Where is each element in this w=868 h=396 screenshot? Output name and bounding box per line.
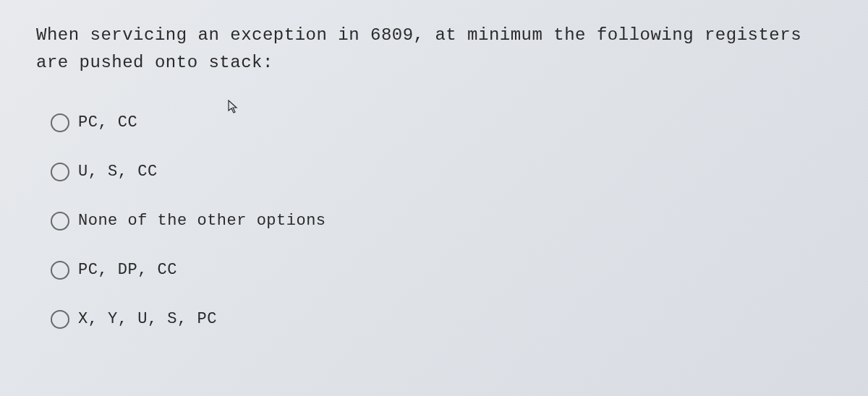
option-label: X, Y, U, S, PC [78,310,217,328]
radio-icon [51,261,69,280]
radio-icon [51,310,69,329]
option-label: PC, CC [78,113,137,132]
option-label: None of the other options [78,212,326,230]
option-0[interactable]: PC, CC [51,113,832,132]
option-label: U, S, CC [78,163,158,181]
options-list: PC, CC U, S, CC None of the other option… [36,113,832,329]
option-2[interactable]: None of the other options [51,212,832,231]
option-1[interactable]: U, S, CC [51,163,832,181]
option-3[interactable]: PC, DP, CC [51,261,832,280]
radio-icon [51,163,69,181]
radio-icon [51,212,69,231]
option-label: PC, DP, CC [78,261,177,279]
option-4[interactable]: X, Y, U, S, PC [51,310,832,329]
question-text: When servicing an exception in 6809, at … [36,22,832,77]
cursor-icon [228,100,239,114]
radio-icon [51,113,69,132]
